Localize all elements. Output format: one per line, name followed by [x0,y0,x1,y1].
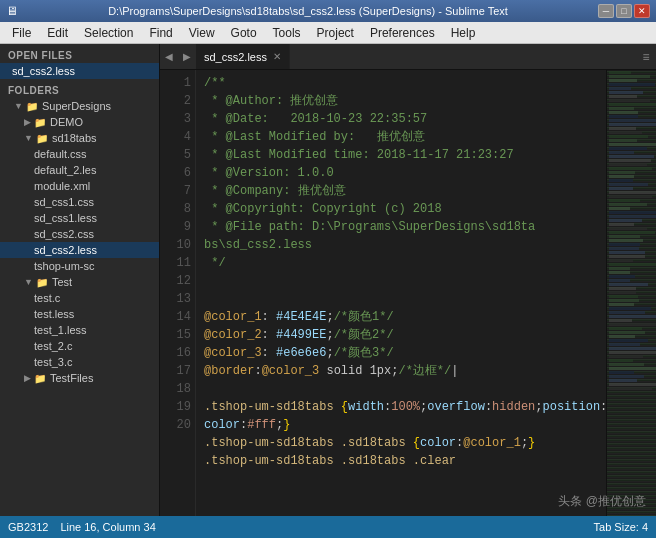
tab-menu-button[interactable]: ≡ [636,44,656,69]
line-numbers: 1234567891011121314151617181920 [160,70,196,516]
arrow-icon: ▼ [24,277,33,287]
code-line: */ [204,254,606,272]
code-line: * @File path: D:\Programs\SuperDesigns\s… [204,218,606,254]
folder-sd18tabs[interactable]: ▼ 📁 sd18tabs [0,130,159,146]
file-sd-css2-css[interactable]: sd_css2.css [0,226,159,242]
line-number: 12 [160,272,191,290]
code-line: * @Date: 2018-10-23 22:35:57 [204,110,606,128]
menu-item-tools[interactable]: Tools [265,22,309,44]
folder-icon: 📁 [36,133,48,144]
status-left: GB2312 Line 16, Column 34 [8,521,156,533]
line-number: 16 [160,344,191,362]
menu-item-file[interactable]: File [4,22,39,44]
tab-sd-css2-less[interactable]: sd_css2.less ✕ [196,44,290,69]
tab-size-label[interactable]: Tab Size: 4 [594,521,648,533]
status-right: Tab Size: 4 [594,521,648,533]
line-number: 9 [160,218,191,236]
menu-item-preferences[interactable]: Preferences [362,22,443,44]
line-number: 11 [160,254,191,272]
tab-bar: ◀ ▶ sd_css2.less ✕ ≡ [160,44,656,70]
title-bar-controls: ─ □ ✕ [598,4,650,18]
file-test-c[interactable]: test.c [0,290,159,306]
code-line [204,290,606,308]
title-bar: 🖥 D:\Programs\SuperDesigns\sd18tabs\sd_c… [0,0,656,22]
minimap-content [607,71,656,516]
folder-label: TestFiles [50,372,93,384]
close-button[interactable]: ✕ [634,4,650,18]
menu-item-selection[interactable]: Selection [76,22,141,44]
file-test-1-less[interactable]: test_1.less [0,322,159,338]
folder-icon: 📁 [34,373,46,384]
folders-header: FOLDERS [0,79,159,98]
code-line [204,380,606,398]
arrow-icon: ▶ [24,117,31,127]
line-number: 15 [160,326,191,344]
menu-item-find[interactable]: Find [141,22,180,44]
menu-item-edit[interactable]: Edit [39,22,76,44]
line-number: 5 [160,146,191,164]
encoding-label[interactable]: GB2312 [8,521,48,533]
line-number: 20 [160,416,191,434]
folder-label: sd18tabs [52,132,97,144]
title-bar-icon: 🖥 [6,4,18,18]
code-line: .tshop-um-sd18tabs {width:100%;overflow:… [204,398,606,434]
folder-icon: 📁 [36,277,48,288]
status-bar: GB2312 Line 16, Column 34 Tab Size: 4 [0,516,656,538]
file-sd-css1-css[interactable]: sd_css1.css [0,194,159,210]
folder-test[interactable]: ▼ 📁 Test [0,274,159,290]
file-tshop-um-sc[interactable]: tshop-um-sc [0,258,159,274]
code-line: .tshop-um-sd18tabs .sd18tabs .clear [204,452,606,470]
line-number: 3 [160,110,191,128]
file-default-2-les[interactable]: default_2.les [0,162,159,178]
folder-label: SuperDesigns [42,100,111,112]
code-line: * @Last Modified by: 推优创意 [204,128,606,146]
file-test-2-c[interactable]: test_2.c [0,338,159,354]
arrow-icon: ▶ [24,373,31,383]
line-number: 18 [160,380,191,398]
file-default-css[interactable]: default.css [0,146,159,162]
tab-close-button[interactable]: ✕ [273,51,281,62]
line-number: 8 [160,200,191,218]
line-number: 4 [160,128,191,146]
tab-prev-button[interactable]: ◀ [160,44,178,69]
file-sd-css1-less[interactable]: sd_css1.less [0,210,159,226]
code-content[interactable]: /** * @Author: 推优创意 * @Date: 2018-10-23 … [196,70,606,516]
tab-label: sd_css2.less [204,51,267,63]
code-line: * @Copyright: Copyright (c) 2018 [204,200,606,218]
main-layout: OPEN FILES sd_css2.less FOLDERS ▼ 📁 Supe… [0,44,656,516]
tab-next-button[interactable]: ▶ [178,44,196,69]
line-number: 6 [160,164,191,182]
code-line: .tshop-um-sd18tabs .sd18tabs {color:@col… [204,434,606,452]
file-test-3-c[interactable]: test_3.c [0,354,159,370]
folder-icon: 📁 [26,101,38,112]
line-number: 19 [160,398,191,416]
arrow-icon: ▼ [14,101,23,111]
folder-icon: 📁 [34,117,46,128]
menu-item-help[interactable]: Help [443,22,484,44]
line-number: 14 [160,308,191,326]
folder-superdesigns[interactable]: ▼ 📁 SuperDesigns [0,98,159,114]
editor-area: ◀ ▶ sd_css2.less ✕ ≡ 1234567891011121314… [160,44,656,516]
maximize-button[interactable]: □ [616,4,632,18]
menu-bar: FileEditSelectionFindViewGotoToolsProjec… [0,22,656,44]
watermark: 头条 @推优创意 [558,493,646,510]
folder-demo[interactable]: ▶ 📁 DEMO [0,114,159,130]
menu-item-project[interactable]: Project [309,22,362,44]
menu-item-view[interactable]: View [181,22,223,44]
line-number: 17 [160,362,191,380]
code-line: @color_3: #e6e6e6;/*颜色3*/ [204,344,606,362]
line-number: 13 [160,290,191,308]
code-line: @color_1: #4E4E4E;/*颜色1*/ [204,308,606,326]
code-line: * @Author: 推优创意 [204,92,606,110]
menu-item-goto[interactable]: Goto [223,22,265,44]
folder-testfiles[interactable]: ▶ 📁 TestFiles [0,370,159,386]
code-editor: 1234567891011121314151617181920 /** * @A… [160,70,656,516]
file-sd-css2-less[interactable]: sd_css2.less [0,242,159,258]
line-number: 10 [160,236,191,254]
file-test-less[interactable]: test.less [0,306,159,322]
file-module-xml[interactable]: module.xml [0,178,159,194]
minimize-button[interactable]: ─ [598,4,614,18]
line-number: 2 [160,92,191,110]
code-line: @border:@color_3 solid 1px;/*边框*/| [204,362,606,380]
open-file-item[interactable]: sd_css2.less [0,63,159,79]
